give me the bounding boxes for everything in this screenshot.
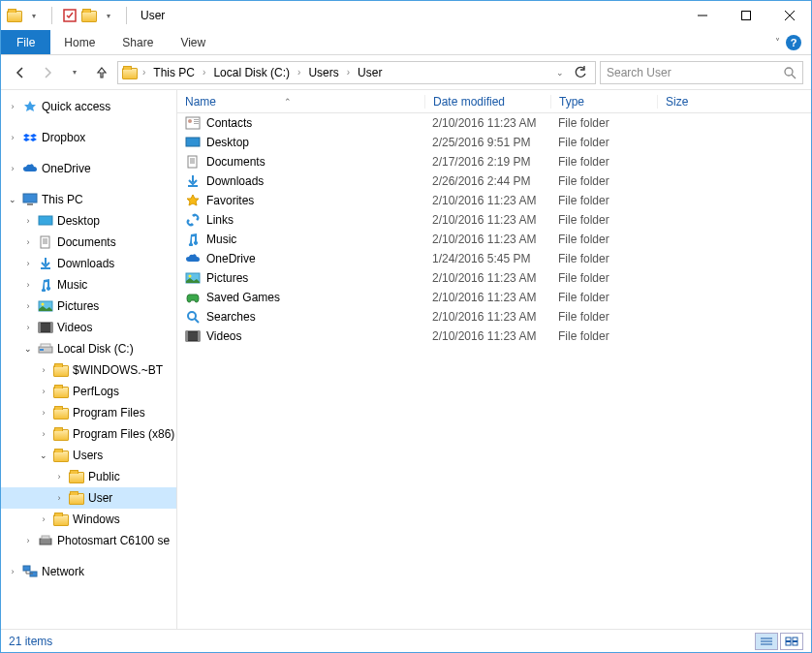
file-row[interactable]: Saved Games2/10/2016 11:23 AMFile folder	[177, 288, 811, 307]
links-icon	[185, 212, 201, 228]
chevron-right-icon[interactable]: ›	[200, 67, 208, 78]
view-tab[interactable]: View	[167, 30, 219, 54]
nav-videos[interactable]: › Videos	[1, 317, 176, 338]
address-bar[interactable]: › This PC › Local Disk (C:) › Users › Us…	[117, 61, 596, 84]
nav-windows[interactable]: › Windows	[1, 509, 176, 530]
nav-public[interactable]: › Public	[1, 466, 176, 487]
star-icon	[22, 99, 38, 114]
properties-icon[interactable]	[62, 8, 78, 23]
col-type[interactable]: Type	[550, 95, 657, 109]
breadcrumb-thispc[interactable]: This PC	[150, 66, 198, 79]
col-date[interactable]: Date modified	[424, 95, 550, 109]
file-name: Documents	[206, 155, 265, 169]
nav-winbt[interactable]: › $WINDOWS.~BT	[1, 359, 176, 381]
folder-app-icon	[7, 8, 22, 23]
file-row[interactable]: Favorites2/10/2016 11:23 AMFile folder	[177, 191, 811, 210]
svg-rect-50	[786, 641, 791, 645]
file-row[interactable]: Contacts2/10/2016 11:23 AMFile folder	[177, 113, 811, 133]
file-row[interactable]: Music2/10/2016 11:23 AMFile folder	[177, 230, 811, 249]
svg-rect-7	[23, 194, 37, 202]
nav-dropbox[interactable]: › Dropbox	[1, 127, 176, 148]
qat-dropdown-icon[interactable]: ▾	[26, 8, 42, 23]
qat-more-icon[interactable]: ▾	[101, 8, 116, 23]
nav-documents[interactable]: › Documents	[1, 232, 176, 253]
nav-downloads[interactable]: › Downloads	[1, 253, 176, 274]
file-row[interactable]: Downloads2/26/2016 2:44 PMFile folder	[177, 171, 811, 191]
recent-dropdown[interactable]: ▾	[63, 61, 86, 84]
chevron-down-icon[interactable]: ˅	[775, 37, 780, 47]
ribbon-help[interactable]: ˅ ?	[775, 30, 811, 54]
nav-quick-access[interactable]: › Quick access	[1, 96, 176, 117]
file-rows[interactable]: Contacts2/10/2016 11:23 AMFile folderDes…	[177, 113, 811, 629]
svg-rect-10	[41, 236, 49, 248]
up-button[interactable]	[90, 61, 113, 84]
chevron-right-icon[interactable]: ›	[344, 67, 353, 78]
folder-icon	[53, 426, 69, 442]
nav-music[interactable]: › Music	[1, 274, 176, 295]
address-dropdown-icon[interactable]: ⌄	[552, 68, 568, 78]
minimize-button[interactable]	[680, 2, 724, 30]
nav-onedrive[interactable]: › OneDrive	[1, 158, 176, 179]
nav-thispc[interactable]: ⌄ This PC	[1, 189, 176, 210]
svg-rect-16	[39, 323, 52, 332]
file-row[interactable]: OneDrive1/24/2016 5:45 PMFile folder	[177, 249, 811, 268]
refresh-button[interactable]	[570, 66, 591, 79]
nav-progfiles86[interactable]: › Program Files (x86)	[1, 423, 176, 445]
chevron-right-icon[interactable]: ›	[140, 67, 148, 78]
share-tab[interactable]: Share	[109, 30, 167, 54]
maximize-button[interactable]	[724, 2, 767, 30]
thumbnails-view-button[interactable]	[780, 633, 803, 650]
search-icon[interactable]	[783, 66, 796, 79]
col-size[interactable]: Size	[657, 95, 811, 109]
file-type: File folder	[550, 291, 657, 304]
nav-pictures[interactable]: › Pictures	[1, 295, 176, 317]
collapse-icon[interactable]: ⌄	[7, 195, 18, 204]
file-row[interactable]: Documents2/17/2016 2:19 PMFile folder	[177, 152, 811, 171]
file-row[interactable]: Links2/10/2016 11:23 AMFile folder	[177, 210, 811, 230]
file-type: File folder	[550, 194, 657, 207]
file-row[interactable]: Desktop2/25/2016 9:51 PMFile folder	[177, 133, 811, 152]
search-box[interactable]	[600, 61, 803, 84]
file-row[interactable]: Videos2/10/2016 11:23 AMFile folder	[177, 326, 811, 346]
address-row: ▾ › This PC › Local Disk (C:) › Users › …	[1, 55, 811, 90]
chevron-right-icon[interactable]: ›	[295, 67, 303, 78]
file-type: File folder	[550, 213, 657, 227]
nav-perflogs[interactable]: › PerfLogs	[1, 381, 176, 402]
breadcrumb-users[interactable]: Users	[305, 66, 341, 79]
home-tab[interactable]: Home	[50, 30, 109, 54]
file-tab[interactable]: File	[1, 30, 50, 54]
file-name: Searches	[206, 310, 256, 324]
help-icon[interactable]: ?	[786, 35, 801, 50]
nav-user[interactable]: › User	[1, 487, 176, 509]
close-button[interactable]	[767, 2, 811, 30]
folder-icon[interactable]	[81, 8, 97, 23]
file-row[interactable]: Searches2/10/2016 11:23 AMFile folder	[177, 307, 811, 326]
file-list-pane: Name⌃ Date modified Type Size Contacts2/…	[177, 90, 811, 629]
expand-icon[interactable]: ›	[7, 102, 18, 111]
svg-rect-34	[188, 156, 197, 168]
download-icon	[38, 256, 53, 271]
breadcrumb-localdisk[interactable]: Local Disk (C:)	[210, 66, 293, 79]
column-headers: Name⌃ Date modified Type Size	[177, 90, 811, 113]
nav-progfiles[interactable]: › Program Files	[1, 402, 176, 423]
nav-photosmart[interactable]: › Photosmart C6100 se	[1, 530, 176, 551]
forward-button[interactable]	[36, 61, 59, 84]
details-view-button[interactable]	[755, 633, 778, 650]
search-input[interactable]	[607, 66, 783, 79]
nav-localdisk[interactable]: ⌄ Local Disk (C:)	[1, 338, 176, 359]
file-name: Favorites	[206, 194, 254, 207]
breadcrumb-user[interactable]: User	[355, 66, 385, 79]
file-type: File folder	[550, 155, 657, 169]
nav-network[interactable]: › Network	[1, 561, 176, 582]
svg-rect-33	[186, 138, 200, 146]
file-row[interactable]: Pictures2/10/2016 11:23 AMFile folder	[177, 268, 811, 288]
file-date: 2/26/2016 2:44 PM	[424, 174, 550, 188]
nav-desktop[interactable]: › Desktop	[1, 210, 176, 232]
back-button[interactable]	[9, 61, 32, 84]
col-name[interactable]: Name⌃	[177, 95, 424, 109]
file-type: File folder	[550, 271, 657, 285]
network-icon	[22, 564, 38, 579]
navigation-pane[interactable]: › Quick access › Dropbox › OneDrive ⌄ Th…	[1, 90, 177, 629]
file-type: File folder	[550, 310, 657, 324]
nav-users[interactable]: ⌄ Users	[1, 445, 176, 466]
